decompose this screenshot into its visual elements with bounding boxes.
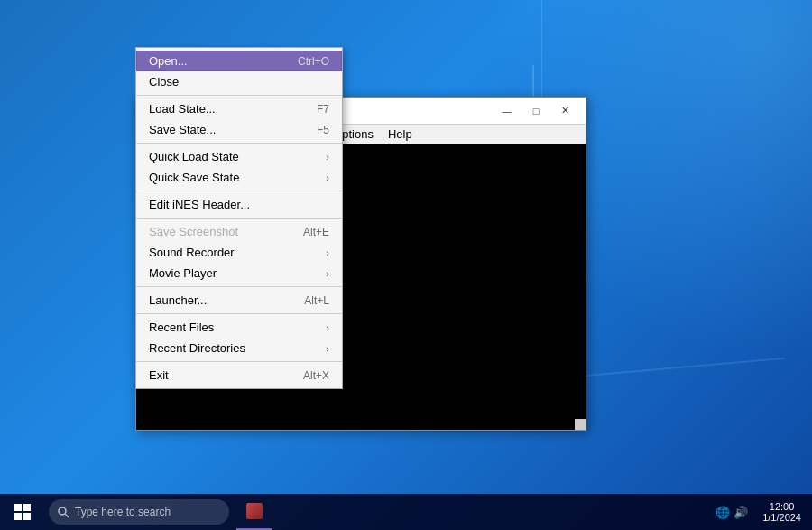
menu-sound-recorder[interactable]: Sound Recorder › (136, 242, 342, 263)
svg-rect-3 (23, 513, 31, 520)
start-button[interactable] (0, 494, 45, 530)
taskbar-items (229, 494, 712, 530)
separator-7 (136, 361, 342, 362)
menu-exit-shortcut: Alt+X (303, 369, 329, 382)
menu-save-state[interactable]: Save State... F5 (136, 119, 342, 140)
search-placeholder: Type here to search (75, 506, 171, 518)
menu-close[interactable]: Close (136, 71, 342, 92)
menu-sound-recorder-label: Sound Recorder (149, 246, 326, 259)
window-controls: — □ ✕ (494, 102, 578, 120)
menu-load-state[interactable]: Load State... F7 (136, 98, 342, 119)
quick-save-state-arrow: › (326, 172, 329, 183)
quick-load-state-arrow: › (326, 152, 329, 163)
menu-save-screenshot: Save Screenshot Alt+E (136, 221, 342, 242)
network-icon[interactable]: 🌐 (715, 506, 730, 519)
menu-help[interactable]: Help (381, 126, 420, 143)
menu-edit-ines-label: Edit iNES Header... (149, 198, 329, 211)
menu-open-label: Open... (149, 54, 280, 68)
menu-recent-directories[interactable]: Recent Directories › (136, 338, 342, 358)
movie-player-arrow: › (326, 268, 329, 279)
menu-open-shortcut: Ctrl+O (298, 55, 329, 68)
recent-files-arrow: › (326, 322, 329, 333)
menu-launcher[interactable]: Launcher... Alt+L (136, 290, 342, 311)
resize-grip[interactable] (575, 419, 586, 430)
menu-quick-save-state-label: Quick Save State (149, 171, 326, 184)
taskbar-nestopia[interactable] (236, 494, 272, 530)
taskbar-clock[interactable]: 12:00 1/1/2024 (752, 501, 812, 523)
separator-1 (136, 95, 342, 96)
close-button[interactable]: ✕ (551, 102, 578, 120)
sound-recorder-arrow: › (326, 247, 329, 258)
menu-recent-files[interactable]: Recent Files › (136, 317, 342, 338)
menu-save-state-shortcut: F5 (317, 124, 329, 136)
svg-point-4 (59, 507, 66, 515)
menu-recent-directories-label: Recent Directories (149, 341, 326, 355)
taskbar: Type here to search 🌐 🔊 12:00 1/1/2024 (0, 494, 812, 530)
menu-open[interactable]: Open... Ctrl+O (136, 51, 342, 71)
menu-save-state-label: Save State... (149, 123, 299, 136)
menu-launcher-label: Launcher... (149, 293, 286, 307)
separator-5 (136, 286, 342, 287)
menu-exit-label: Exit (149, 368, 285, 382)
menu-launcher-shortcut: Alt+L (304, 294, 329, 307)
menu-quick-save-state[interactable]: Quick Save State › (136, 167, 342, 188)
menu-save-screenshot-label: Save Screenshot (149, 225, 285, 238)
menu-exit[interactable]: Exit Alt+X (136, 365, 342, 386)
svg-rect-0 (14, 504, 22, 511)
menu-load-state-shortcut: F7 (317, 103, 329, 116)
clock-date: 1/1/2024 (762, 512, 801, 523)
taskbar-tray: 🌐 🔊 (712, 506, 752, 519)
separator-6 (136, 313, 342, 314)
svg-line-5 (66, 514, 69, 517)
menu-edit-ines[interactable]: Edit iNES Header... (136, 194, 342, 215)
menu-quick-load-state-label: Quick Load State (149, 150, 326, 163)
desktop: Nestopia — □ ✕ File Machine Netplay View… (0, 0, 812, 530)
file-dropdown-menu: Open... Ctrl+O Close Load State... F7 Sa… (135, 47, 343, 389)
menu-recent-files-label: Recent Files (149, 321, 326, 334)
menu-save-screenshot-shortcut: Alt+E (303, 226, 329, 238)
separator-4 (136, 218, 342, 219)
menu-close-label: Close (149, 75, 329, 88)
recent-directories-arrow: › (326, 343, 329, 354)
svg-rect-1 (23, 504, 31, 511)
svg-rect-2 (14, 513, 22, 520)
separator-3 (136, 191, 342, 191)
menu-movie-player[interactable]: Movie Player › (136, 263, 342, 284)
separator-2 (136, 143, 342, 144)
menu-load-state-label: Load State... (149, 102, 299, 116)
menu-movie-player-label: Movie Player (149, 266, 326, 280)
minimize-button[interactable]: — (494, 102, 521, 120)
maximize-button[interactable]: □ (522, 102, 549, 120)
menu-quick-load-state[interactable]: Quick Load State › (136, 146, 342, 167)
taskbar-search[interactable]: Type here to search (49, 499, 229, 525)
volume-icon[interactable]: 🔊 (734, 506, 748, 519)
clock-time: 12:00 (770, 501, 795, 512)
